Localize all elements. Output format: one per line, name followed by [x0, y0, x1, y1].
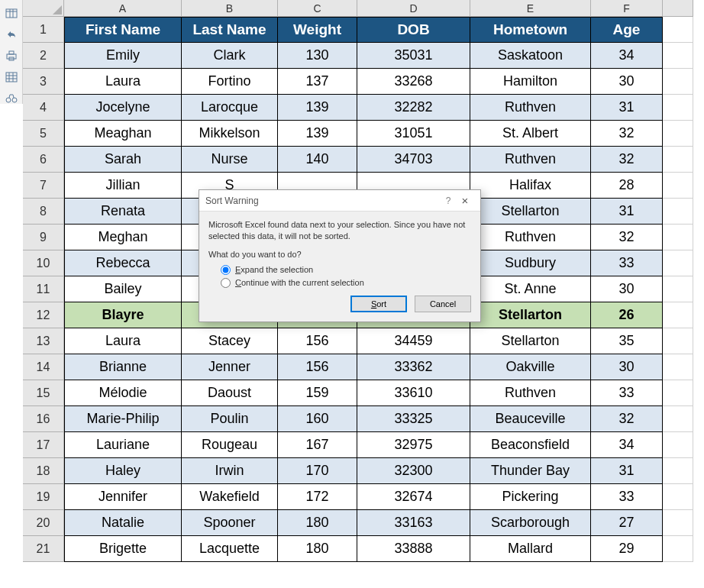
cell-f17[interactable]: 34	[591, 432, 663, 458]
column-header-d[interactable]: D	[357, 0, 470, 17]
cell-f6[interactable]: 32	[591, 147, 663, 173]
spreadsheet-grid[interactable]: ABCDEF 123456789101112131415161718192021…	[23, 0, 704, 104]
cell-e13[interactable]: Stellarton	[470, 328, 591, 354]
cell-d5[interactable]: 31051	[357, 121, 470, 147]
row-header-14[interactable]: 14	[23, 354, 64, 380]
cell-d20[interactable]: 33163	[357, 510, 470, 536]
row-header-16[interactable]: 16	[23, 406, 64, 432]
row-header-19[interactable]: 19	[23, 484, 64, 510]
cell-a5[interactable]: Meaghan	[64, 121, 182, 147]
cell-e17[interactable]: Beaconsfield	[470, 432, 591, 458]
cell-a10[interactable]: Rebecca	[64, 250, 182, 276]
cell-f9[interactable]: 32	[591, 225, 663, 250]
row-header-21[interactable]: 21	[23, 536, 64, 562]
cell-c5[interactable]: 139	[278, 121, 357, 147]
cell-c2[interactable]: 130	[278, 43, 357, 69]
cell-d2[interactable]: 35031	[357, 43, 470, 69]
cell-a8[interactable]: Renata	[64, 199, 182, 225]
cell-d18[interactable]: 32300	[357, 458, 470, 484]
cell-d21[interactable]: 33888	[357, 536, 470, 562]
row-header-6[interactable]: 6	[23, 147, 64, 173]
cell-a4[interactable]: Jocelyne	[64, 95, 182, 121]
cell-b4[interactable]: Larocque	[182, 95, 278, 121]
cell-a2[interactable]: Emily	[64, 43, 182, 69]
cell-e3[interactable]: Hamilton	[470, 69, 591, 95]
cell-d6[interactable]: 34703	[357, 147, 470, 173]
cell-d13[interactable]: 34459	[357, 328, 470, 354]
cell-d15[interactable]: 33610	[357, 380, 470, 406]
cell-b20[interactable]: Spooner	[182, 510, 278, 536]
row-header-12[interactable]: 12	[23, 302, 64, 328]
cell-f8[interactable]: 31	[591, 199, 663, 225]
header-cell-weight[interactable]: Weight	[278, 17, 357, 43]
cell-a15[interactable]: Mélodie	[64, 380, 182, 406]
dialog-titlebar[interactable]: Sort Warning ? ×	[199, 190, 480, 212]
cell-a19[interactable]: Jennifer	[64, 484, 182, 510]
cell-a13[interactable]: Laura	[64, 328, 182, 354]
cell-f2[interactable]: 34	[591, 43, 663, 69]
cell-a17[interactable]: Lauriane	[64, 432, 182, 458]
row-header-7[interactable]: 7	[23, 173, 64, 199]
binoculars-icon[interactable]	[5, 93, 18, 104]
continue-selection-radio[interactable]	[221, 278, 231, 288]
cell-b21[interactable]: Lacquette	[182, 536, 278, 562]
cell-e2[interactable]: Saskatoon	[470, 43, 591, 69]
cell-a21[interactable]: Brigette	[64, 536, 182, 562]
cell-b18[interactable]: Irwin	[182, 458, 278, 484]
cell-a20[interactable]: Natalie	[64, 510, 182, 536]
continue-selection-label[interactable]: Continue with the current selection	[235, 278, 364, 287]
header-cell-age[interactable]: Age	[591, 17, 663, 43]
close-icon[interactable]: ×	[456, 194, 474, 207]
cell-e16[interactable]: Beauceville	[470, 406, 591, 432]
cancel-button[interactable]: Cancel	[415, 296, 471, 312]
row-header-18[interactable]: 18	[23, 458, 64, 484]
cell-f10[interactable]: 33	[591, 250, 663, 276]
cell-c20[interactable]: 180	[278, 510, 357, 536]
cell-b5[interactable]: Mikkelson	[182, 121, 278, 147]
cell-b2[interactable]: Clark	[182, 43, 278, 69]
cell-b19[interactable]: Wakefield	[182, 484, 278, 510]
cell-b14[interactable]: Jenner	[182, 354, 278, 380]
cell-a12[interactable]: Blayre	[64, 302, 182, 328]
cell-e11[interactable]: St. Anne	[470, 276, 591, 302]
select-all-corner[interactable]	[23, 0, 64, 17]
cell-c16[interactable]: 160	[278, 406, 357, 432]
cell-e5[interactable]: St. Albert	[470, 121, 591, 147]
cell-a7[interactable]: Jillian	[64, 173, 182, 199]
column-header-b[interactable]: B	[182, 0, 278, 17]
row-header-10[interactable]: 10	[23, 250, 64, 276]
cell-b13[interactable]: Stacey	[182, 328, 278, 354]
cell-b17[interactable]: Rougeau	[182, 432, 278, 458]
column-header-e[interactable]: E	[470, 0, 591, 17]
cell-e18[interactable]: Thunder Bay	[470, 458, 591, 484]
column-header-a[interactable]: A	[64, 0, 182, 17]
cell-f16[interactable]: 32	[591, 406, 663, 432]
header-cell-first-name[interactable]: First Name	[64, 17, 182, 43]
cell-c14[interactable]: 156	[278, 354, 357, 380]
cell-f15[interactable]: 33	[591, 380, 663, 406]
grid-icon[interactable]	[5, 72, 18, 82]
cell-d17[interactable]: 32975	[357, 432, 470, 458]
cell-e10[interactable]: Sudbury	[470, 250, 591, 276]
cell-f4[interactable]: 31	[591, 95, 663, 121]
column-header-f[interactable]: F	[591, 0, 663, 17]
cell-f3[interactable]: 30	[591, 69, 663, 95]
cell-e7[interactable]: Halifax	[470, 173, 591, 199]
row-header-2[interactable]: 2	[23, 43, 64, 69]
column-header-blank[interactable]	[663, 0, 693, 17]
cell-f12[interactable]: 26	[591, 302, 663, 328]
cell-d16[interactable]: 33325	[357, 406, 470, 432]
cell-a16[interactable]: Marie-Philip	[64, 406, 182, 432]
cell-c3[interactable]: 137	[278, 69, 357, 95]
cell-a18[interactable]: Haley	[64, 458, 182, 484]
cell-e12[interactable]: Stellarton	[470, 302, 591, 328]
cell-e9[interactable]: Ruthven	[470, 225, 591, 250]
cell-c15[interactable]: 159	[278, 380, 357, 406]
row-header-3[interactable]: 3	[23, 69, 64, 95]
expand-selection-label[interactable]: Expand the selection	[235, 265, 313, 274]
help-icon[interactable]: ?	[441, 195, 456, 206]
cell-d19[interactable]: 32674	[357, 484, 470, 510]
cell-d4[interactable]: 32282	[357, 95, 470, 121]
header-cell-last-name[interactable]: Last Name	[182, 17, 278, 43]
cell-c13[interactable]: 156	[278, 328, 357, 354]
